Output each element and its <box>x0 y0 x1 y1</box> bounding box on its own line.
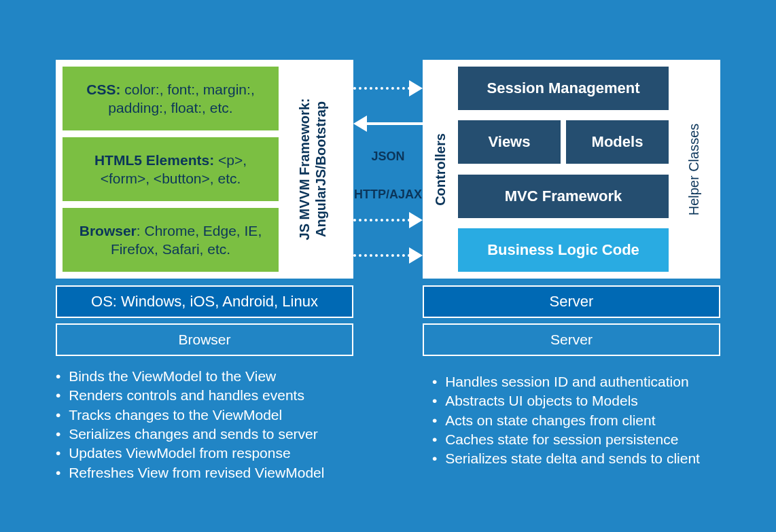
conn-out-1 <box>353 87 410 90</box>
json-label: JSON <box>353 149 423 164</box>
mvvm-framework-column: JS MVVM Framework: AngularJS/Bootstrap <box>279 60 347 279</box>
server-stack: Controllers Session Management Views Mod… <box>423 60 720 356</box>
mvc-framework-box: MVC Framework <box>458 175 669 218</box>
server-main-panel: Controllers Session Management Views Mod… <box>423 60 720 279</box>
mvvm-framework-line2: AngularJS/Bootstrap <box>313 99 329 241</box>
browser-section-label: Browser <box>56 323 353 356</box>
bullet-item: Handles session ID and authentication <box>446 372 731 391</box>
controllers-column: Controllers <box>423 60 458 279</box>
browser-main-panel: CSS: color:, font:, margin:, padding:, f… <box>56 60 353 279</box>
arrow-right-icon <box>409 212 423 228</box>
os-text: OS: Windows, iOS, Android, Linux <box>91 293 318 311</box>
browser-label: Browser <box>80 223 137 238</box>
helper-classes-column: Helper Classes <box>669 60 720 279</box>
browser-bullets: Binds the ViewModel to the ViewRenders c… <box>56 367 368 482</box>
bullet-item: Caches state for session persistence <box>446 430 731 449</box>
bullet-item: Serializes state delta and sends to clie… <box>446 449 731 468</box>
bullet-item: Refreshes View from revised ViewModel <box>70 463 368 482</box>
os-bar: OS: Windows, iOS, Android, Linux <box>56 285 353 318</box>
css-text: color:, font:, margin:, padding:, float:… <box>108 82 254 116</box>
views-box: Views <box>458 120 561 164</box>
arrow-right-icon <box>409 247 423 264</box>
bullet-item: Acts on state changes from client <box>446 411 731 430</box>
html5-box: HTML5 Elements: <p>, <form>, <button>, e… <box>63 137 279 201</box>
mvvm-framework-line1: JS MVVM Framework: <box>296 99 313 241</box>
bullet-item: Renders controls and handles events <box>70 386 368 405</box>
bullet-item: Updates ViewModel from response <box>70 444 368 463</box>
models-box: Models <box>566 120 669 164</box>
browser-box: Browser: Chrome, Edge, IE, Firefox, Safa… <box>63 208 279 272</box>
controllers-label: Controllers <box>433 133 448 206</box>
conn-back-1 <box>366 122 423 125</box>
bullet-item: Tracks changes to the ViewModel <box>70 406 368 425</box>
css-label: CSS: <box>86 82 120 97</box>
server-section-label: Server <box>423 323 720 356</box>
html5-label: HTML5 Elements: <box>94 152 214 168</box>
bullet-item: Abstracts UI objects to Models <box>446 391 731 410</box>
conn-out-2 <box>353 219 410 221</box>
arrow-left-icon <box>353 116 367 132</box>
server-bar: Server <box>423 285 720 318</box>
bullet-item: Binds the ViewModel to the View <box>70 367 368 386</box>
arrow-right-icon <box>409 80 423 96</box>
http-ajax-label: HTTP/AJAX <box>347 188 429 202</box>
conn-out-3 <box>353 254 410 257</box>
helper-classes-label: Helper Classes <box>687 123 703 215</box>
business-logic-box: Business Logic Code <box>458 228 669 272</box>
css-box: CSS: color:, font:, margin:, padding:, f… <box>63 67 279 130</box>
browser-stack: CSS: color:, font:, margin:, padding:, f… <box>56 60 353 356</box>
server-bullets: Handles session ID and authenticationAbs… <box>432 372 731 469</box>
bullet-item: Serializes changes and sends to server <box>70 425 368 444</box>
session-management-box: Session Management <box>458 67 669 110</box>
